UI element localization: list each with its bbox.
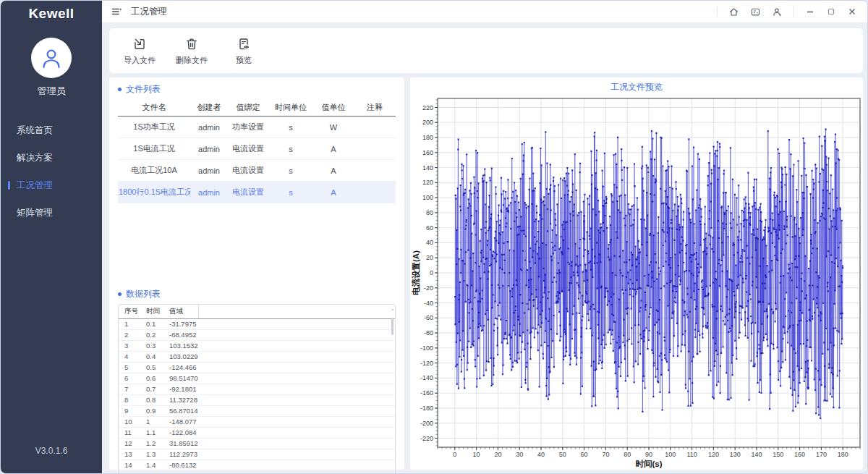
data-cell: 103.1532: [163, 341, 198, 352]
data-cell: 0.9: [140, 406, 163, 417]
data-cell: 1: [119, 319, 140, 330]
minimize-button[interactable]: [805, 7, 815, 17]
sidebar-item-label: 矩阵管理: [17, 208, 53, 218]
delete-file-button[interactable]: 删除文件: [174, 36, 209, 66]
data-cell: 0.6: [140, 373, 163, 384]
home-button[interactable]: [728, 7, 739, 17]
svg-text:160: 160: [794, 451, 805, 458]
svg-text:90: 90: [645, 451, 652, 458]
file-cell-name: 1800行0.1S电流工况: [118, 182, 190, 203]
file-list-table: 文件名创建者值绑定时间单位值单位注释 1S功率工况admin功率设置sW1S电流…: [118, 99, 396, 203]
data-row[interactable]: 80.811.32728: [119, 395, 395, 406]
data-row[interactable]: 151.5164.0370: [119, 471, 395, 474]
svg-text:60: 60: [581, 451, 588, 458]
scrollbar-dot: [392, 309, 393, 310]
data-cell: 31.85912: [163, 439, 198, 449]
data-row[interactable]: 10.1-31.7975: [119, 319, 395, 330]
sidebar-item-solution[interactable]: 解决方案: [1, 144, 102, 172]
data-cell: 5: [119, 363, 140, 373]
data-row[interactable]: 50.5-124.466: [119, 363, 395, 373]
svg-text:150: 150: [773, 451, 783, 458]
svg-text:20: 20: [426, 254, 433, 261]
column-header: 序号: [119, 305, 140, 319]
svg-text:110: 110: [686, 451, 697, 458]
data-cell: 0.8: [140, 395, 163, 406]
data-list-card: 序号时间值域 10.1-31.797520.2-68.495230.3103.1…: [118, 304, 396, 474]
data-cell: 98.51470: [163, 373, 198, 384]
maximize-button[interactable]: [826, 7, 836, 17]
data-row[interactable]: 131.3112.2973: [119, 449, 395, 460]
user-icon: [772, 7, 783, 17]
file-row[interactable]: 1800行0.1S电流工况admin电流设置sA: [118, 182, 396, 203]
file-cell-name: 1S功率工况: [118, 117, 190, 138]
data-row[interactable]: 60.698.51470: [119, 373, 395, 384]
svg-text:40: 40: [426, 239, 433, 246]
column-header: 值绑定: [228, 99, 268, 117]
scrollbar-thumb[interactable]: [391, 318, 393, 335]
data-cell: 11.32728: [163, 395, 198, 406]
data-row[interactable]: 20.2-68.4952: [119, 330, 395, 341]
file-cell-note: [354, 117, 396, 138]
file-row[interactable]: 1S功率工况admin功率设置sW: [118, 117, 396, 138]
data-cell: 1.4: [140, 460, 163, 471]
chart-title: 工况文件预览: [410, 81, 863, 93]
preview-icon: [236, 36, 252, 52]
svg-text:-80: -80: [424, 329, 433, 337]
data-cell: 0.3: [140, 341, 163, 352]
data-cell: 1.1: [140, 428, 163, 439]
file-cell-note: [354, 182, 396, 203]
data-cell: -124.466: [163, 363, 198, 373]
svg-text:10: 10: [473, 451, 480, 458]
left-panel: 文件列表 文件名创建者值绑定时间单位值单位注释 1S功率工况admin功率设置s…: [109, 77, 404, 470]
file-cell-note: [354, 138, 396, 160]
data-row[interactable]: 111.1-122.084: [119, 428, 395, 439]
sidebar-item-condition[interactable]: 工况管理: [1, 172, 102, 199]
close-button[interactable]: [847, 7, 857, 17]
avatar: [31, 38, 72, 78]
data-cell: 0.1: [140, 319, 163, 330]
preview-panel: 工况文件预览 010203040506070809010011012013014…: [410, 77, 863, 470]
svg-text:170: 170: [816, 451, 827, 458]
file-row[interactable]: 电流工况10Aadmin电流设置sA: [118, 160, 396, 182]
file-cell-creator: admin: [190, 117, 228, 138]
data-row[interactable]: 40.4103.0229: [119, 352, 395, 363]
data-row[interactable]: 70.7-92.1801: [119, 384, 395, 395]
file-cell-binding: 电流设置: [228, 160, 268, 182]
data-list-section-title: 数据列表: [118, 288, 396, 300]
data-cell: 0.7: [140, 384, 163, 395]
svg-text:50: 50: [559, 451, 566, 458]
svg-text:60: 60: [426, 224, 433, 232]
svg-text:-100: -100: [420, 344, 433, 352]
data-row[interactable]: 90.956.87014: [119, 406, 395, 417]
user-button[interactable]: [772, 7, 783, 17]
svg-text:40: 40: [537, 451, 545, 458]
data-row[interactable]: 121.231.85912: [119, 439, 395, 449]
display-button[interactable]: [750, 7, 761, 17]
data-cell: 164.0370: [163, 471, 198, 474]
collapse-menu-icon[interactable]: [111, 6, 122, 17]
data-cell: 0.4: [140, 352, 163, 363]
sidebar-item-matrix[interactable]: 矩阵管理: [1, 199, 102, 227]
svg-text:140: 140: [422, 164, 433, 172]
data-row[interactable]: 30.3103.1532: [119, 341, 395, 352]
sidebar-item-home[interactable]: 系统首页: [1, 117, 102, 144]
data-cell: -122.084: [163, 428, 198, 439]
data-row[interactable]: 141.4-80.6132: [119, 460, 395, 471]
file-table-header: 文件名创建者值绑定时间单位值单位注释: [118, 99, 396, 117]
content-area: 导入文件 删除文件 预览: [102, 22, 867, 473]
import-file-button[interactable]: 导入文件: [122, 36, 157, 66]
data-cell: 56.87014: [163, 406, 198, 417]
data-cell: 9: [119, 406, 140, 417]
column-header: 值域: [163, 305, 198, 319]
app-window: Kewell 管理员 系统首页解决方案工况管理矩阵管理 V3.0.1.6 工况管…: [0, 0, 868, 474]
active-indicator: [8, 181, 10, 190]
file-row[interactable]: 1S电流工况admin电流设置sA: [118, 138, 396, 160]
svg-text:200: 200: [422, 119, 433, 126]
data-cell: -92.1801: [163, 384, 198, 395]
preview-button[interactable]: 预览: [226, 36, 261, 66]
data-row[interactable]: 101-148.077: [119, 417, 395, 428]
user-role: 管理员: [1, 85, 102, 98]
data-cell: 8: [119, 395, 140, 406]
data-cell: 3: [119, 341, 140, 352]
svg-text:140: 140: [751, 451, 762, 458]
